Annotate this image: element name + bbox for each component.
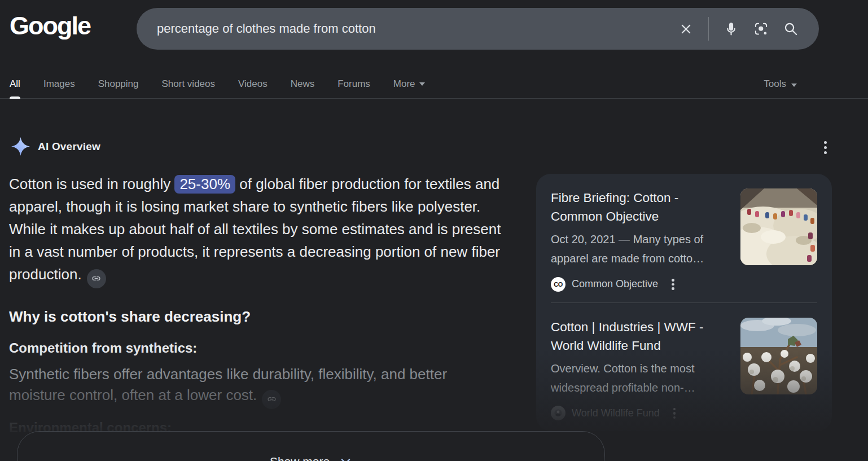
source-snippet: Overview. Cotton is the most widespread … (551, 359, 730, 397)
answer-question-heading: Why is cotton's share decreasing? (9, 308, 251, 326)
source-card[interactable]: Fibre Briefing: Cotton - Common Objectiv… (536, 174, 832, 302)
answer-text-before: Cotton is used in roughly (9, 175, 174, 192)
show-more-label: Show more (270, 455, 330, 461)
tab-forums[interactable]: Forums (337, 78, 370, 98)
chevron-down-icon (339, 455, 352, 461)
ai-overview-header: AI Overview (11, 137, 100, 156)
ai-answer-paragraph: Cotton is used in roughly 25-30% of glob… (9, 173, 506, 288)
tab-more[interactable]: More (393, 77, 425, 98)
source-favicon: CO (551, 277, 565, 292)
tab-images[interactable]: Images (43, 78, 75, 98)
chevron-down-icon (419, 82, 425, 86)
tab-tools[interactable]: Tools (764, 78, 797, 98)
citation-link-icon[interactable] (262, 390, 281, 409)
source-title[interactable]: Fibre Briefing: Cotton - Common Objectiv… (551, 188, 730, 226)
chevron-down-icon (791, 84, 797, 87)
tab-all[interactable]: All (10, 78, 20, 98)
source-menu-icon[interactable] (669, 276, 677, 292)
source-name[interactable]: Common Objective (572, 278, 658, 290)
source-card[interactable]: Cotton | Industries | WWF - World Wildli… (536, 303, 832, 432)
clear-icon[interactable] (678, 21, 694, 37)
show-more-button[interactable]: Show more (17, 431, 605, 461)
search-bar[interactable]: percentage of clothes made from cotton (137, 8, 819, 50)
source-menu-icon[interactable] (671, 406, 678, 422)
lens-icon[interactable] (753, 21, 769, 37)
source-thumbnail-cotton-harvest[interactable] (740, 188, 817, 265)
tab-short-videos[interactable]: Short videos (162, 78, 216, 98)
tab-shopping[interactable]: Shopping (98, 78, 139, 98)
search-divider (708, 17, 709, 41)
tab-news[interactable]: News (291, 78, 315, 98)
ai-sparkle-icon (11, 137, 30, 156)
highlighted-value[interactable]: 25-30% (174, 175, 235, 194)
sources-panel: Fibre Briefing: Cotton - Common Objectiv… (536, 174, 832, 431)
tab-videos[interactable]: Videos (238, 78, 268, 98)
answer-sub-heading: Competition from synthetics: (9, 340, 197, 356)
ai-overview-title: AI Overview (38, 141, 100, 153)
source-name[interactable]: World Wildlife Fund (572, 407, 660, 419)
google-logo[interactable]: Google (10, 11, 90, 41)
search-input[interactable]: percentage of clothes made from cotton (137, 21, 678, 36)
result-tabs: All Images Shopping Short videos Videos … (0, 69, 868, 99)
ai-overview-menu-icon[interactable] (817, 138, 833, 157)
search-icon[interactable] (783, 21, 799, 37)
mic-icon[interactable] (724, 21, 739, 37)
source-title[interactable]: Cotton | Industries | WWF - World Wildli… (551, 318, 730, 355)
source-snippet: Oct 20, 2021 — Many types of apparel are… (551, 230, 730, 268)
source-thumbnail-cotton-field[interactable] (740, 318, 817, 394)
ai-answer-faded-paragraph: Synthetic fibers offer advantages like d… (9, 364, 506, 409)
source-favicon (551, 406, 565, 420)
citation-link-icon[interactable] (87, 269, 106, 288)
